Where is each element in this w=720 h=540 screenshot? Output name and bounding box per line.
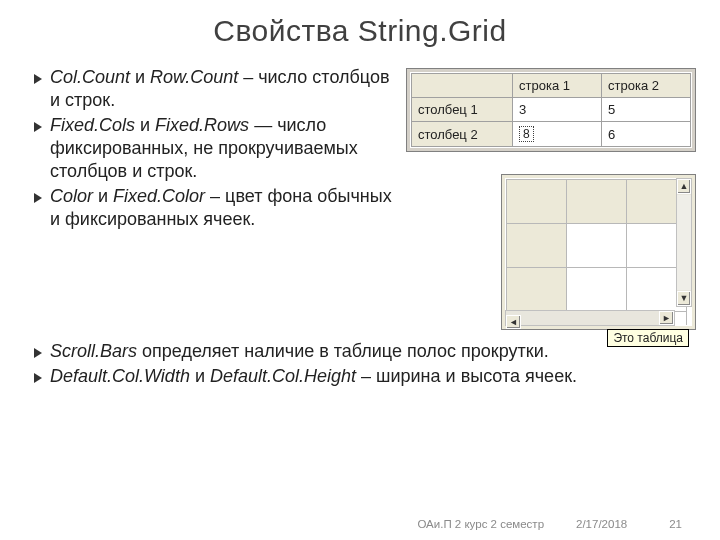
grid-fixed-cell: [507, 268, 567, 312]
bullet-item: Default.Col.Width и Default.Col.Height –…: [34, 365, 696, 388]
term: Fixed.Cols: [50, 115, 135, 135]
vertical-scrollbar[interactable]: ▲ ▼: [676, 178, 692, 307]
footer-date: 2/17/2018: [576, 518, 627, 530]
cell-editor[interactable]: 8: [519, 126, 534, 142]
bullet-list-top: Col.Count и Row.Count – число столбцов и…: [34, 66, 392, 231]
term: Color: [50, 186, 93, 206]
stringgrid-example: строка 1 строка 2 столбец 1 3 5 столбец …: [406, 68, 696, 152]
scroll-track[interactable]: [677, 195, 691, 290]
grid-cell-editing[interactable]: 8: [513, 122, 602, 147]
grid-cell[interactable]: [567, 224, 627, 268]
grid-cell[interactable]: 6: [602, 122, 691, 147]
grid-header-cell: строка 1: [513, 74, 602, 98]
scroll-up-arrow-icon[interactable]: ▲: [677, 179, 691, 194]
bullet-item: Color и Fixed.Color – цвет фона обычных …: [34, 185, 392, 231]
grid-header-cell: строка 2: [602, 74, 691, 98]
grid-fixed-cell: столбец 1: [412, 98, 513, 122]
term: Fixed.Color: [113, 186, 205, 206]
grid-cell[interactable]: 5: [602, 98, 691, 122]
slide-title: Свойства String.Grid: [0, 14, 720, 48]
term: Default.Col.Height: [210, 366, 356, 386]
bullet-item: Scroll.Bars определяет наличие в таблице…: [34, 340, 696, 363]
grid-cell[interactable]: 3: [513, 98, 602, 122]
term: Fixed.Rows: [155, 115, 249, 135]
term: Scroll.Bars: [50, 341, 137, 361]
scroll-down-arrow-icon[interactable]: ▼: [677, 291, 691, 306]
bullet-item: Col.Count и Row.Count – число столбцов и…: [34, 66, 392, 112]
grid-fixed-cell: столбец 2: [412, 122, 513, 147]
grid-fixed-cell: [567, 180, 627, 224]
bullet-item: Fixed.Cols и Fixed.Rows — число фиксиров…: [34, 114, 392, 183]
footer-course: ОАи.П 2 курс 2 семестр: [417, 518, 544, 530]
stringgrid-scroll-example: ▲ ▼ ◄ ► Это таблица: [501, 174, 696, 330]
term: Row.Count: [150, 67, 238, 87]
footer-page-number: 21: [669, 518, 682, 530]
horizontal-scrollbar[interactable]: ◄ ►: [505, 310, 675, 326]
grid-fixed-cell: [507, 224, 567, 268]
bullet-list-bottom: Scroll.Bars определяет наличие в таблице…: [0, 340, 720, 388]
grid-corner-cell: [412, 74, 513, 98]
slide-footer: ОАи.П 2 курс 2 семестр 2/17/2018 21: [0, 518, 720, 530]
grid-fixed-cell: [507, 180, 567, 224]
scroll-left-arrow-icon[interactable]: ◄: [506, 315, 521, 329]
term: Col.Count: [50, 67, 130, 87]
scroll-right-arrow-icon[interactable]: ►: [659, 311, 674, 325]
stringgrid-scroll-table: [506, 179, 687, 326]
grid-cell[interactable]: [567, 268, 627, 312]
term: Default.Col.Width: [50, 366, 190, 386]
stringgrid-table: строка 1 строка 2 столбец 1 3 5 столбец …: [411, 73, 691, 147]
